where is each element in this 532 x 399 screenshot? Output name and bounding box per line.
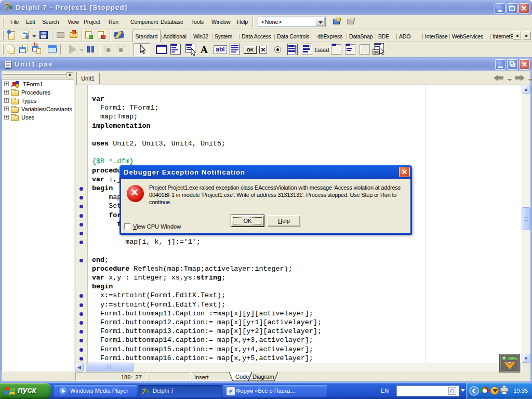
svg-text:Diagram: Diagram [252, 374, 274, 380]
svg-text:Code: Code [235, 374, 249, 380]
